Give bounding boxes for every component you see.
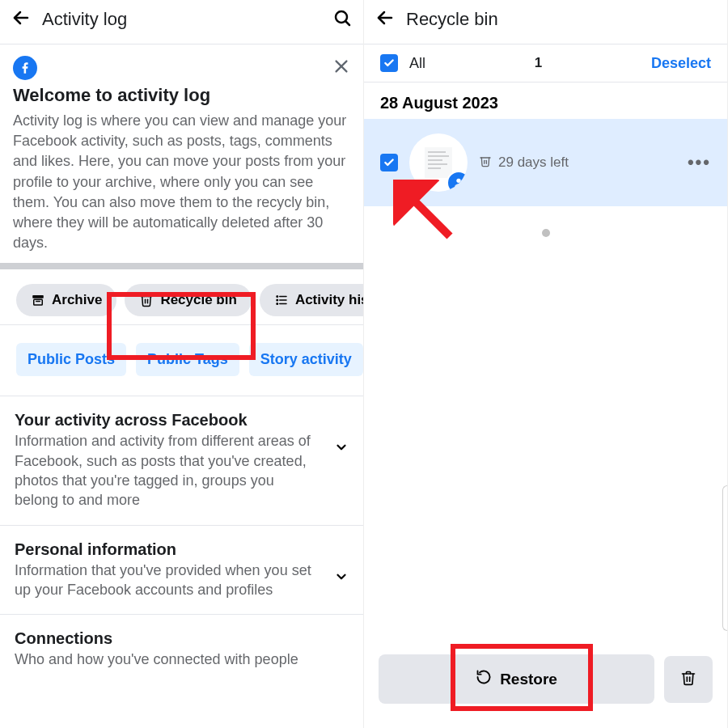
selection-bar: All 1 Deselect [364,44,727,83]
all-label: All [409,55,425,72]
restore-label: Restore [500,671,557,688]
days-left: 29 days left [479,154,676,171]
story-activity-chip[interactable]: Story activity [249,343,363,376]
restore-button[interactable]: Restore [379,654,654,704]
undo-icon [476,669,492,689]
page-title: Recycle bin [406,9,716,30]
public-tags-chip[interactable]: Public Tags [136,343,239,376]
facebook-logo-icon [13,56,37,80]
section-activity[interactable]: Your activity across Facebook Informatio… [0,396,363,524]
svg-point-11 [277,296,278,298]
delete-button[interactable] [664,656,713,703]
trash-icon [479,154,492,171]
recycle-bin-chip[interactable]: Recycle bin [125,284,252,316]
chevron-down-icon[interactable] [334,540,349,587]
left-topbar: Activity log [0,0,363,44]
public-posts-chip[interactable]: Public Posts [16,343,126,376]
section-activity-title: Your activity across Facebook [15,411,321,430]
hero-body: Activity log is where you can view and m… [13,111,350,253]
svg-rect-6 [34,300,43,306]
selection-count: 1 [437,55,640,71]
svg-point-12 [277,300,278,302]
select-all-checkbox[interactable] [380,54,398,72]
archive-icon [31,293,45,307]
close-icon[interactable] [332,57,350,78]
history-chip-label: Activity his [295,292,363,308]
activity-history-chip[interactable]: Activity his [260,284,363,316]
svg-line-2 [346,22,350,26]
section-connections[interactable]: Connections Who and how you've connected… [0,615,363,684]
right-topbar: Recycle bin [364,0,727,44]
peek-panel [722,485,727,631]
trash-icon [139,293,154,307]
section-personal-title: Personal information [15,540,321,559]
recycle-chip-label: Recycle bin [160,292,237,308]
hero-card: Welcome to activity log Activity log is … [0,44,363,263]
svg-rect-5 [32,295,44,298]
section-personal[interactable]: Personal information Information that yo… [0,526,363,615]
section-personal-body: Information that you've provided when yo… [15,561,321,600]
activity-log-pane: Activity log Welcome to activity log Act… [0,0,364,728]
days-left-label: 29 days left [498,154,569,171]
svg-point-13 [277,303,278,305]
date-group-header: 28 August 2023 [364,83,727,119]
section-activity-body: Information and activity from different … [15,431,321,510]
back-icon[interactable] [11,8,31,31]
hero-title: Welcome to activity log [13,85,350,106]
svg-point-21 [456,179,460,183]
search-icon[interactable] [332,8,352,31]
sub-filter-row: Public Posts Public Tags Story activity [0,325,363,396]
page-title: Activity log [42,9,321,30]
archive-chip[interactable]: Archive [16,284,116,316]
deselect-button[interactable]: Deselect [651,55,711,72]
list-icon [274,293,289,307]
section-connections-body: Who and how you've connected with people [15,650,349,669]
chevron-down-icon[interactable] [334,411,349,458]
action-bar: Restore [379,654,713,704]
more-icon[interactable]: ••• [688,152,711,173]
item-thumbnail [409,133,468,192]
loading-indicator-icon [542,229,550,237]
section-connections-title: Connections [15,629,349,648]
item-checkbox[interactable] [380,154,398,171]
filter-chips-row: Archive Recycle bin Activity his [0,269,363,324]
recycle-bin-pane: Recycle bin All 1 Deselect 28 August 202… [364,0,728,728]
profile-badge-icon [447,171,468,192]
back-icon[interactable] [375,8,395,31]
trash-icon [680,670,696,689]
recycle-item-row[interactable]: 29 days left ••• [364,119,727,206]
archive-chip-label: Archive [52,292,102,308]
